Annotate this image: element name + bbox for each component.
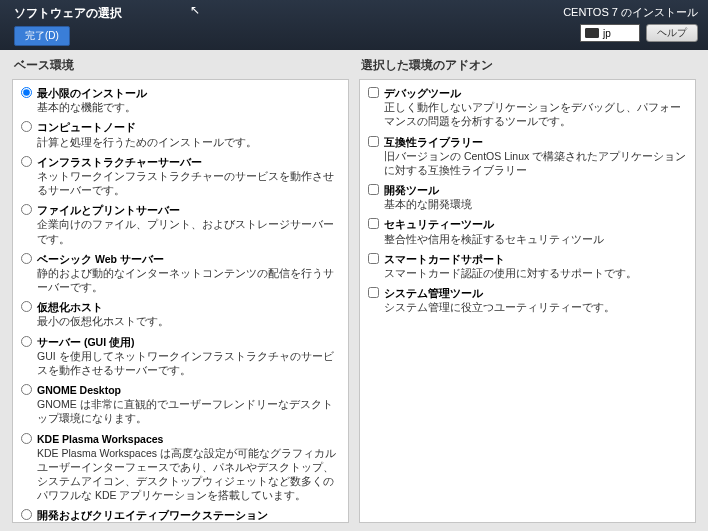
base-env-panel: 最小限のインストール基本的な機能です。コンピュートノード計算と処理を行うためのイ… (12, 79, 349, 523)
item-name: セキュリティーツール (384, 217, 687, 231)
right-column: 選択した環境のアドオン デバッグツール正しく動作しないアプリケーションをデバッグ… (359, 58, 696, 523)
addon-checkbox[interactable] (368, 287, 379, 298)
base-env-radio[interactable] (21, 433, 32, 444)
keyboard-indicator[interactable]: jp (580, 24, 640, 42)
base-env-item[interactable]: KDE Plasma WorkspacesKDE Plasma Workspac… (21, 432, 340, 503)
item-desc: GNOME は非常に直観的でユーザーフレンドリーなデスクトップ環境になります。 (37, 397, 340, 425)
item-desc: 最小の仮想化ホストです。 (37, 314, 340, 328)
done-button[interactable]: 完了(D) (14, 26, 70, 46)
item-name: スマートカードサポート (384, 252, 687, 266)
keyboard-layout: jp (603, 28, 611, 39)
base-env-radio[interactable] (21, 384, 32, 395)
item-name: 最小限のインストール (37, 86, 340, 100)
addon-checkbox[interactable] (368, 184, 379, 195)
item-name: インフラストラクチャーサーバー (37, 155, 340, 169)
addon-checkbox[interactable] (368, 87, 379, 98)
base-env-title: ベース環境 (12, 58, 349, 73)
item-name: コンピュートノード (37, 120, 340, 134)
addon-checkbox[interactable] (368, 253, 379, 264)
base-env-item[interactable]: GNOME DesktopGNOME は非常に直観的でユーザーフレンドリーなデス… (21, 383, 340, 426)
base-env-item[interactable]: 最小限のインストール基本的な機能です。 (21, 86, 340, 114)
header: ソフトウェアの選択 完了(D) ↖ CENTOS 7 のインストール jp ヘル… (0, 0, 708, 50)
item-name: ファイルとプリントサーバー (37, 203, 340, 217)
item-desc: GUI を使用してネットワークインフラストラクチャのサービスを動作させるサーバー… (37, 349, 340, 377)
cursor-icon: ↖ (190, 3, 200, 17)
item-desc: KDE Plasma Workspaces は高度な設定が可能なグラフィカルユー… (37, 446, 340, 503)
base-env-radio[interactable] (21, 509, 32, 520)
base-env-item[interactable]: 開発およびクリエイティブワークステーションソフトウェア、ハードウェア、グラフィッ… (21, 508, 340, 523)
item-desc: 計算と処理を行うためのインストールです。 (37, 135, 340, 149)
base-env-item[interactable]: ファイルとプリントサーバー企業向けのファイル、プリント、およびストレージサーバー… (21, 203, 340, 246)
addons-title: 選択した環境のアドオン (359, 58, 696, 73)
item-name: 開発ツール (384, 183, 687, 197)
base-env-radio[interactable] (21, 121, 32, 132)
base-env-radio[interactable] (21, 87, 32, 98)
keyboard-icon (585, 28, 599, 38)
addon-item[interactable]: セキュリティーツール整合性や信用を検証するセキュリティツール (368, 217, 687, 245)
addon-item[interactable]: システム管理ツールシステム管理に役立つユーティリティーです。 (368, 286, 687, 314)
base-env-item[interactable]: ベーシック Web サーバー静的および動的なインターネットコンテンツの配信を行う… (21, 252, 340, 295)
item-desc: ネットワークインフラストラクチャーのサービスを動作させるサーバーです。 (37, 169, 340, 197)
page-title: ソフトウェアの選択 (14, 5, 122, 22)
help-button[interactable]: ヘルプ (646, 24, 698, 42)
item-name: システム管理ツール (384, 286, 687, 300)
item-desc: 整合性や信用を検証するセキュリティツール (384, 232, 687, 246)
base-env-radio[interactable] (21, 253, 32, 264)
addon-item[interactable]: デバッグツール正しく動作しないアプリケーションをデバッグし、パフォーマンスの問題… (368, 86, 687, 129)
base-env-radio[interactable] (21, 301, 32, 312)
item-name: サーバー (GUI 使用) (37, 335, 340, 349)
item-name: 開発およびクリエイティブワークステーション (37, 508, 340, 522)
item-desc: 企業向けのファイル、プリント、およびストレージサーバーです。 (37, 217, 340, 245)
addon-item[interactable]: 互換性ライブラリー旧バージョンの CentOS Linux で構築されたアプリケ… (368, 135, 687, 178)
content: ベース環境 最小限のインストール基本的な機能です。コンピュートノード計算と処理を… (0, 50, 708, 531)
item-name: 互換性ライブラリー (384, 135, 687, 149)
addon-item[interactable]: スマートカードサポートスマートカード認証の使用に対するサポートです。 (368, 252, 687, 280)
addon-checkbox[interactable] (368, 136, 379, 147)
left-column: ベース環境 最小限のインストール基本的な機能です。コンピュートノード計算と処理を… (12, 58, 349, 523)
base-env-radio[interactable] (21, 204, 32, 215)
base-env-item[interactable]: インフラストラクチャーサーバーネットワークインフラストラクチャーのサービスを動作… (21, 155, 340, 198)
base-env-item[interactable]: 仮想化ホスト最小の仮想化ホストです。 (21, 300, 340, 328)
item-name: ベーシック Web サーバー (37, 252, 340, 266)
item-name: GNOME Desktop (37, 383, 340, 397)
addon-checkbox[interactable] (368, 218, 379, 229)
base-env-item[interactable]: サーバー (GUI 使用)GUI を使用してネットワークインフラストラクチャのサ… (21, 335, 340, 378)
addon-item[interactable]: 開発ツール基本的な開発環境 (368, 183, 687, 211)
base-env-radio[interactable] (21, 336, 32, 347)
addons-panel: デバッグツール正しく動作しないアプリケーションをデバッグし、パフォーマンスの問題… (359, 79, 696, 523)
item-desc: 旧バージョンの CentOS Linux で構築されたアプリケーションに対する互… (384, 149, 687, 177)
item-name: 仮想化ホスト (37, 300, 340, 314)
item-desc: システム管理に役立つユーティリティーです。 (384, 300, 687, 314)
item-desc: 基本的な開発環境 (384, 197, 687, 211)
header-right: CENTOS 7 のインストール jp ヘルプ (563, 5, 698, 42)
item-desc: 基本的な機能です。 (37, 100, 340, 114)
installer-label: CENTOS 7 のインストール (563, 5, 698, 20)
item-desc: スマートカード認証の使用に対するサポートです。 (384, 266, 687, 280)
base-env-radio[interactable] (21, 156, 32, 167)
item-desc: 静的および動的なインターネットコンテンツの配信を行うサーバーです。 (37, 266, 340, 294)
item-desc: 正しく動作しないアプリケーションをデバッグし、パフォーマンスの問題を分析するツー… (384, 100, 687, 128)
base-env-item[interactable]: コンピュートノード計算と処理を行うためのインストールです。 (21, 120, 340, 148)
item-name: KDE Plasma Workspaces (37, 432, 340, 446)
item-name: デバッグツール (384, 86, 687, 100)
